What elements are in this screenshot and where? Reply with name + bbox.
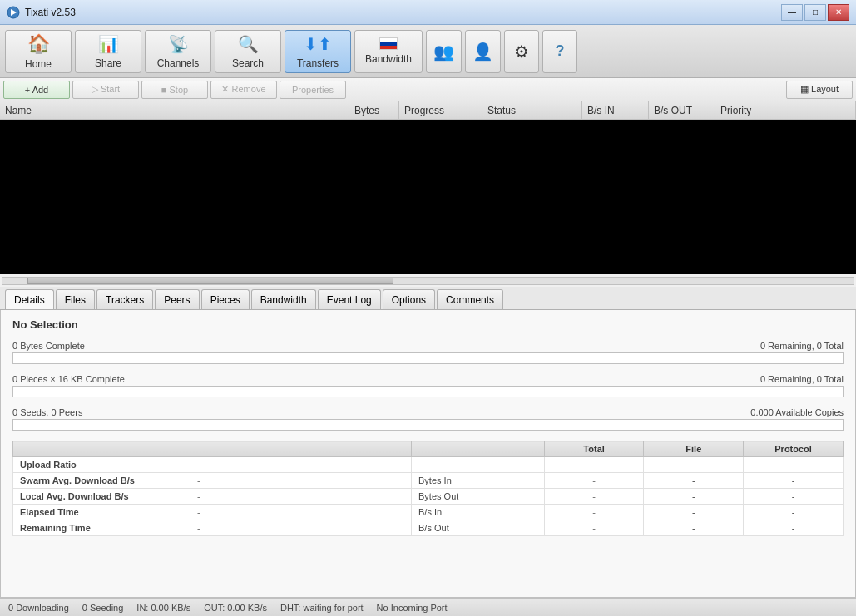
remaining-total: -	[544, 520, 644, 536]
local-file: -	[644, 489, 744, 505]
stats-table: Total File Protocol Upload Ratio - - - -	[12, 441, 844, 536]
seeds-peers-text: 0 Seeds, 0 Peers	[12, 407, 82, 417]
bytes-complete-text: 0 Bytes Complete	[12, 341, 85, 351]
pieces-complete-text: 0 Pieces × 16 KB Complete	[12, 374, 125, 384]
layout-button[interactable]: ▦ Layout	[786, 81, 853, 99]
horizontal-scrollbar[interactable]	[0, 274, 856, 287]
dht-status: DHT: waiting for port	[280, 603, 364, 613]
scroll-thumb[interactable]	[27, 278, 393, 284]
users-nav-button[interactable]: 👤	[465, 30, 501, 73]
elapsed-total: -	[544, 505, 644, 520]
incoming-port-status: No Incoming Port	[377, 603, 448, 613]
remaining-protocol: -	[744, 520, 844, 536]
main-content: + Add ▷ Start ■ Stop ✕ Remove Properties…	[0, 78, 856, 616]
elapsed-protocol: -	[744, 505, 844, 520]
home-label: Home	[25, 58, 52, 70]
pieces-progress-section: 0 Pieces × 16 KB Complete 0 Remaining, 0…	[12, 374, 844, 397]
stats-row-upload: Upload Ratio - - - -	[13, 457, 844, 473]
local-download-value: -	[190, 489, 411, 505]
channels-nav-button[interactable]: 📡 Channels	[145, 30, 211, 73]
tab-comments[interactable]: Comments	[437, 289, 503, 309]
remaining-time-label: Remaining Time	[13, 520, 190, 536]
friends-icon: 👥	[433, 42, 454, 62]
tab-eventlog[interactable]: Event Log	[318, 289, 381, 309]
elapsed-time-label: Elapsed Time	[13, 505, 190, 520]
bandwidth-nav-button[interactable]: Bandwidth	[354, 30, 423, 73]
tab-files[interactable]: Files	[56, 289, 95, 309]
seeding-status: 0 Seeding	[82, 603, 124, 613]
main-toolbar: 🏠 Home 📊 Share 📡 Channels 🔍 Search ⬇⬆ Tr…	[0, 25, 856, 78]
close-button[interactable]: ✕	[828, 4, 849, 21]
minimize-button[interactable]: —	[781, 4, 803, 21]
stats-row-remaining: Remaining Time - B/s Out - - -	[13, 520, 844, 536]
upload-ratio-file: -	[644, 457, 744, 473]
upload-ratio-protocol: -	[744, 457, 844, 473]
title-bar-left: Tixati v2.53	[7, 6, 76, 19]
stats-col-val	[190, 441, 411, 457]
col-bsout: B/s OUT	[649, 101, 715, 119]
remaining-time-value: -	[190, 520, 411, 536]
tab-details[interactable]: Details	[5, 289, 54, 309]
local-protocol: -	[744, 489, 844, 505]
search-label: Search	[232, 57, 264, 69]
help-nav-button[interactable]: ?	[542, 30, 577, 73]
table-header: Name Bytes Progress Status B/s IN B/s OU…	[0, 101, 856, 120]
search-icon: 🔍	[238, 34, 259, 54]
start-button[interactable]: ▷ Start	[72, 81, 139, 99]
col-status: Status	[482, 101, 582, 119]
bytes-progress-section: 0 Bytes Complete 0 Remaining, 0 Total	[12, 341, 844, 364]
swarm-download-label: Swarm Avg. Download B/s	[13, 473, 190, 489]
share-icon: 📊	[98, 34, 119, 54]
pieces-remaining-text: 0 Remaining, 0 Total	[760, 374, 844, 384]
tab-bandwidth[interactable]: Bandwidth	[251, 289, 316, 309]
bandwidth-flag-icon	[379, 37, 398, 50]
tabs-bar: Details Files Trackers Peers Pieces Band…	[0, 287, 856, 310]
stats-row-local: Local Avg. Download B/s - Bytes Out - - …	[13, 489, 844, 505]
col-name: Name	[0, 101, 349, 119]
scroll-track[interactable]	[2, 277, 854, 285]
stats-col-total-header: Total	[544, 441, 644, 457]
home-icon: 🏠	[27, 33, 50, 55]
bytes-in-label	[412, 457, 545, 473]
tab-peers[interactable]: Peers	[155, 289, 199, 309]
tab-trackers[interactable]: Trackers	[96, 289, 153, 309]
remove-button[interactable]: ✕ Remove	[210, 81, 277, 99]
properties-button[interactable]: Properties	[280, 81, 346, 99]
friends-nav-button[interactable]: 👥	[426, 30, 462, 73]
bytes-remaining-text: 0 Remaining, 0 Total	[760, 341, 844, 351]
out-rate-status: OUT: 0.00 KB/s	[204, 603, 267, 613]
remaining-file: -	[644, 520, 744, 536]
add-button[interactable]: + Add	[3, 81, 70, 99]
in-rate-status: IN: 0.00 KB/s	[136, 603, 190, 613]
elapsed-file: -	[644, 505, 744, 520]
bsout-label: B/s Out	[412, 520, 545, 536]
search-nav-button[interactable]: 🔍 Search	[215, 30, 281, 73]
transfers-nav-button[interactable]: ⬇⬆ Transfers	[285, 30, 351, 73]
share-nav-button[interactable]: 📊 Share	[75, 30, 141, 73]
downloading-status: 0 Downloading	[8, 603, 69, 613]
bandwidth-label: Bandwidth	[365, 53, 412, 65]
elapsed-time-value: -	[190, 505, 411, 520]
local-download-label: Local Avg. Download B/s	[13, 489, 190, 505]
transfers-icon: ⬇⬆	[304, 34, 332, 54]
tab-options[interactable]: Options	[383, 289, 435, 309]
stop-button[interactable]: ■ Stop	[141, 81, 208, 99]
bytes-progress-bar	[12, 352, 844, 364]
transfer-list[interactable]	[0, 120, 856, 274]
details-panel: No Selection 0 Bytes Complete 0 Remainin…	[0, 310, 856, 598]
app-title: Tixati v2.53	[25, 7, 76, 18]
maximize-button[interactable]: □	[804, 4, 826, 21]
stats-col-label2	[412, 441, 545, 457]
title-bar: Tixati v2.53 — □ ✕	[0, 0, 856, 25]
settings-icon: ⚙	[514, 42, 529, 62]
home-nav-button[interactable]: 🏠 Home	[5, 30, 72, 73]
bytes-progress-label: 0 Bytes Complete 0 Remaining, 0 Total	[12, 341, 844, 351]
stats-col-label	[13, 441, 190, 457]
help-icon: ?	[556, 42, 565, 60]
available-copies-text: 0.000 Available Copies	[750, 407, 844, 417]
tab-pieces[interactable]: Pieces	[201, 289, 250, 309]
upload-ratio-label: Upload Ratio	[13, 457, 190, 473]
upload-ratio-value: -	[190, 457, 411, 473]
settings-nav-button[interactable]: ⚙	[504, 30, 539, 73]
pieces-progress-bar	[12, 386, 844, 397]
